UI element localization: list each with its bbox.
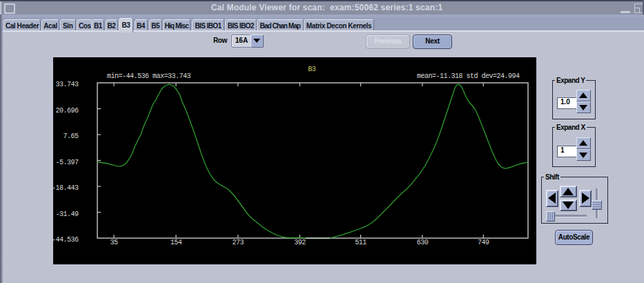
svg-text:-44.536: -44.536 xyxy=(53,236,79,244)
svg-text:-5.397: -5.397 xyxy=(55,159,79,166)
svg-text:154: 154 xyxy=(170,239,182,246)
svg-text:-31.49: -31.49 xyxy=(55,211,79,218)
svg-text:B3: B3 xyxy=(308,66,316,73)
svg-text:min=-44.536 max=33.743: min=-44.536 max=33.743 xyxy=(107,72,191,80)
svg-text:-18.443: -18.443 xyxy=(53,184,79,192)
svg-text:33.743: 33.743 xyxy=(55,81,79,88)
svg-text:511: 511 xyxy=(355,239,367,246)
svg-text:20.696: 20.696 xyxy=(55,107,79,115)
svg-text:35: 35 xyxy=(110,239,118,246)
svg-text:630: 630 xyxy=(417,239,429,246)
svg-text:mean=-11.318 std dev=24.994: mean=-11.318 std dev=24.994 xyxy=(417,72,520,80)
svg-text:392: 392 xyxy=(294,239,306,246)
svg-text:749: 749 xyxy=(478,239,489,246)
svg-text:273: 273 xyxy=(233,239,244,246)
svg-text:7.65: 7.65 xyxy=(63,133,79,140)
